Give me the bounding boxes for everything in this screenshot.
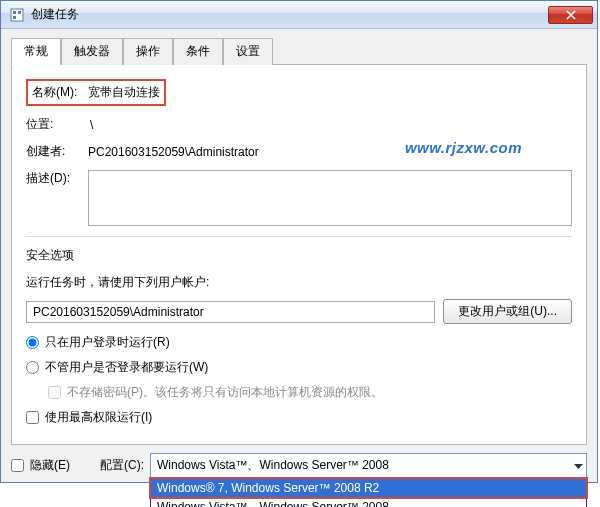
client-area: 常规 触发器 操作 条件 设置 名称(M): 宽带自动连接 位置: \ 创建者:… (1, 29, 597, 482)
tab-panel-general: 名称(M): 宽带自动连接 位置: \ 创建者: PC201603152059\… (11, 64, 587, 445)
window-title: 创建任务 (31, 6, 548, 23)
radio-logged-on[interactable] (26, 336, 39, 349)
tab-general[interactable]: 常规 (11, 38, 61, 65)
highest-priv-label: 使用最高权限运行(I) (45, 409, 152, 426)
name-label: 名称(M): (32, 84, 88, 101)
svg-rect-0 (11, 9, 23, 21)
tab-strip: 常规 触发器 操作 条件 设置 (11, 37, 587, 65)
divider (26, 236, 572, 237)
highest-priv-checkbox[interactable] (26, 411, 39, 424)
radio-logged-on-row[interactable]: 只在用户登录时运行(R) (26, 334, 572, 351)
security-options-title: 安全选项 (26, 247, 572, 264)
store-password-checkbox (48, 386, 61, 399)
account-row: 更改用户或组(U)... (26, 299, 572, 324)
description-label: 描述(D): (26, 170, 88, 187)
option-highlight-box: Windows® 7, Windows Server™ 2008 R2 (149, 477, 588, 499)
location-label: 位置: (26, 116, 88, 133)
creator-label: 创建者: (26, 143, 88, 160)
radio-logged-on-label: 只在用户登录时运行(R) (45, 334, 170, 351)
config-select-wrap: Windows Vista™、Windows Server™ 2008 Wind… (150, 453, 587, 478)
config-select[interactable]: Windows Vista™、Windows Server™ 2008 (150, 453, 587, 478)
config-label: 配置(C): (100, 457, 144, 474)
config-option-1[interactable]: Windows Vista™、Windows Server™ 2008 (151, 497, 586, 507)
hidden-row[interactable]: 隐藏(E) (11, 457, 70, 474)
location-value: \ (88, 118, 93, 132)
name-row: 名称(M): 宽带自动连接 (26, 79, 572, 106)
description-input[interactable] (88, 170, 572, 226)
creator-value: PC201603152059\Administrator (88, 145, 259, 159)
account-input[interactable] (26, 301, 435, 323)
highest-priv-row[interactable]: 使用最高权限运行(I) (26, 409, 572, 426)
store-password-row: 不存储密码(P)。该任务将只有访问本地计算机资源的权限。 (48, 384, 572, 401)
titlebar[interactable]: 创建任务 (1, 1, 597, 29)
change-user-button[interactable]: 更改用户或组(U)... (443, 299, 572, 324)
config-option-0[interactable]: Windows® 7, Windows Server™ 2008 R2 (151, 479, 586, 497)
bottom-row: 隐藏(E) 配置(C): Windows Vista™、Windows Serv… (11, 445, 587, 482)
description-row: 描述(D): (26, 170, 572, 226)
store-password-label: 不存储密码(P)。该任务将只有访问本地计算机资源的权限。 (67, 384, 383, 401)
name-highlight-box: 名称(M): 宽带自动连接 (26, 79, 166, 106)
tab-actions[interactable]: 操作 (123, 38, 173, 65)
svg-rect-1 (13, 11, 16, 14)
radio-logged-off-row[interactable]: 不管用户是否登录都要运行(W) (26, 359, 572, 376)
close-icon (566, 10, 576, 20)
run-as-label: 运行任务时，请使用下列用户帐户: (26, 274, 572, 291)
svg-rect-2 (18, 11, 21, 14)
tab-conditions[interactable]: 条件 (173, 38, 223, 65)
svg-rect-3 (13, 16, 16, 19)
close-button[interactable] (548, 6, 593, 24)
radio-logged-off[interactable] (26, 361, 39, 374)
tab-triggers[interactable]: 触发器 (61, 38, 123, 65)
dialog-window: 创建任务 常规 触发器 操作 条件 设置 名称(M): 宽带自动连接 位置: \ (0, 0, 598, 483)
hidden-checkbox[interactable] (11, 459, 24, 472)
tab-settings[interactable]: 设置 (223, 38, 273, 65)
radio-logged-off-label: 不管用户是否登录都要运行(W) (45, 359, 208, 376)
config-dropdown: Windows® 7, Windows Server™ 2008 R2 Wind… (150, 478, 587, 507)
watermark-text: www.rjzxw.com (405, 139, 522, 156)
location-row: 位置: \ (26, 116, 572, 133)
creator-row: 创建者: PC201603152059\Administrator www.rj… (26, 143, 572, 160)
app-icon (9, 7, 25, 23)
hidden-label: 隐藏(E) (30, 457, 70, 474)
name-value: 宽带自动连接 (88, 84, 160, 101)
